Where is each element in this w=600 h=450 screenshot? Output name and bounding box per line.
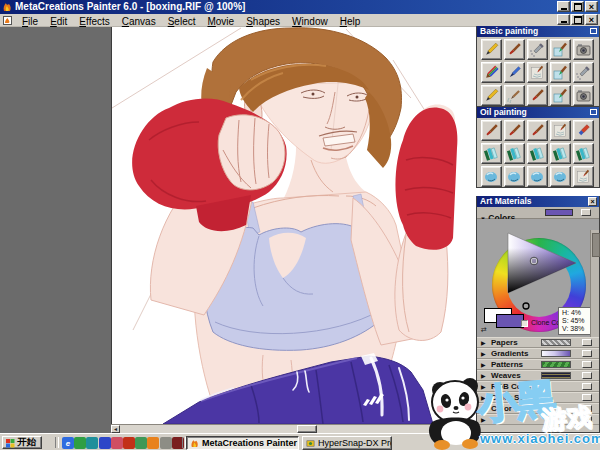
menu-help[interactable]: Help — [334, 16, 367, 27]
section-hidden[interactable]: ▶ — [477, 414, 599, 425]
doc-minimize-button[interactable] — [557, 14, 570, 25]
pencil-tool-button[interactable] — [481, 85, 502, 106]
stripe-brush-tool-button[interactable] — [481, 143, 502, 164]
expander-arrow-icon[interactable]: ▶ — [481, 372, 486, 379]
chalk-tool-button[interactable] — [573, 120, 594, 141]
section-box-icon[interactable] — [582, 394, 592, 401]
teal-app-icon[interactable] — [86, 437, 98, 449]
section-weaves[interactable]: ▶Weaves — [477, 370, 599, 381]
current-color-swatch[interactable] — [545, 209, 573, 216]
blob-brush-tool-button[interactable] — [504, 166, 525, 187]
colored-pencil-tool-button[interactable] — [481, 62, 502, 83]
menu-shapes[interactable]: Shapes — [240, 16, 286, 27]
section-box-icon[interactable] — [582, 383, 592, 390]
colors-section-header[interactable]: ▼ Colors — [477, 207, 599, 219]
water-brush-tool-button[interactable] — [550, 85, 571, 106]
wet-brush-tool-button[interactable] — [527, 62, 548, 83]
section-box-icon[interactable] — [582, 405, 592, 412]
section-patterns[interactable]: ▶Patterns — [477, 359, 599, 370]
scroll-thumb[interactable] — [297, 425, 317, 433]
hue-cursor[interactable] — [523, 303, 529, 309]
expander-arrow-icon[interactable]: ▶ — [481, 394, 486, 401]
section-rgb-color[interactable]: ▶RGB Color — [477, 381, 599, 392]
weave-preview-swatch[interactable] — [541, 372, 571, 379]
section-box-icon[interactable] — [582, 339, 592, 346]
brush-tool-button[interactable] — [504, 39, 525, 60]
stripe-brush-tool-button[interactable] — [550, 143, 571, 164]
water-brush-tool-button[interactable] — [550, 39, 571, 60]
section-color-set[interactable]: ▶Color Set — [477, 392, 599, 403]
taskbar-task-painter[interactable]: MetaCreations Painter 6.... — [186, 436, 299, 450]
tv-app-icon[interactable] — [99, 437, 111, 449]
blob-brush-tool-button[interactable] — [527, 166, 548, 187]
water-brush-tool-button[interactable] — [550, 62, 571, 83]
section-box-icon[interactable] — [582, 350, 592, 357]
section-gradients[interactable]: ▶Gradients — [477, 348, 599, 359]
expander-arrow-icon[interactable]: ▶ — [481, 405, 486, 412]
close-button[interactable]: × — [585, 1, 598, 12]
spray-brush-tool-button[interactable] — [504, 85, 525, 106]
expander-arrow-icon[interactable]: ▶ — [481, 383, 486, 390]
stripe-brush-tool-button[interactable] — [527, 143, 548, 164]
primary-color-swatch[interactable] — [496, 314, 524, 328]
media-app-icon[interactable] — [111, 437, 123, 449]
oil-painting-title-bar[interactable]: Oil painting — [477, 107, 599, 118]
swap-colors-icon[interactable]: ⇄ — [481, 326, 487, 334]
menu-canvas[interactable]: Canvas — [116, 16, 162, 27]
section-papers[interactable]: ▶Papers — [477, 337, 599, 348]
camera-app-icon[interactable] — [160, 437, 172, 449]
minimize-button[interactable] — [557, 1, 570, 12]
start-button[interactable]: 开始 — [2, 436, 42, 449]
expander-arrow-icon[interactable]: ▶ — [481, 339, 486, 346]
blob-brush-tool-button[interactable] — [481, 166, 502, 187]
doc-close-button[interactable]: × — [585, 14, 598, 25]
section-box-icon[interactable] — [582, 416, 592, 423]
brush-tool-button[interactable] — [481, 120, 502, 141]
brush-tool-button[interactable] — [527, 120, 548, 141]
green-app-icon[interactable] — [74, 437, 86, 449]
restore-button[interactable] — [571, 1, 584, 12]
art-scroll-thumb[interactable] — [592, 233, 600, 257]
blob-brush-tool-button[interactable] — [550, 166, 571, 187]
grow-box-icon[interactable] — [590, 109, 597, 115]
wet-brush-tool-button[interactable] — [573, 166, 594, 187]
expander-arrow-icon[interactable]: ▶ — [481, 416, 486, 423]
hatch-preview-swatch[interactable] — [541, 339, 571, 346]
expander-arrow-icon[interactable]: ▶ — [481, 361, 486, 368]
pencil-tool-button[interactable] — [481, 39, 502, 60]
wet-brush-tool-button[interactable] — [550, 120, 571, 141]
brush-tool-button[interactable] — [527, 85, 548, 106]
menu-edit[interactable]: Edit — [44, 16, 73, 27]
art-materials-close-icon[interactable]: × — [588, 197, 597, 206]
stripe-brush-tool-button[interactable] — [573, 143, 594, 164]
painter-app-icon[interactable] — [147, 437, 159, 449]
basic-painting-title-bar[interactable]: Basic painting — [477, 26, 599, 37]
menu-select[interactable]: Select — [162, 16, 202, 27]
section-box-icon[interactable] — [582, 372, 592, 379]
expander-arrow-icon[interactable]: ▶ — [481, 350, 486, 357]
menu-effects[interactable]: Effects — [73, 16, 115, 27]
stripe-brush-tool-button[interactable] — [504, 143, 525, 164]
section-color-vari[interactable]: ▶Color Vari — [477, 403, 599, 414]
menu-window[interactable]: Window — [286, 16, 334, 27]
scroll-left-arrow[interactable]: ◄ — [111, 425, 120, 433]
gradient-preview-swatch[interactable] — [541, 350, 571, 357]
flame-app-icon[interactable] — [123, 437, 135, 449]
airbrush-tool-button[interactable] — [527, 39, 548, 60]
taskbar-task-hypersnap[interactable]: HyperSnap-DX Pro — [302, 436, 392, 450]
brush-tool-button[interactable] — [504, 120, 525, 141]
section-box-icon[interactable] — [582, 361, 592, 368]
airbrush-tool-button[interactable] — [573, 62, 594, 83]
art-materials-title-bar[interactable]: Art Materials × — [477, 196, 599, 207]
camera-tool-button[interactable] — [573, 39, 594, 60]
pattern-preview-swatch[interactable] — [541, 361, 571, 368]
clone-color-checkbox[interactable] — [521, 320, 528, 327]
photo-app-icon[interactable] — [135, 437, 147, 449]
camera-tool-button[interactable] — [573, 85, 594, 106]
doc-restore-button[interactable] — [571, 14, 584, 25]
scroll-right-arrow[interactable]: ► — [466, 425, 475, 433]
pen-tool-button[interactable] — [504, 62, 525, 83]
grip-box-icon[interactable] — [581, 209, 591, 216]
ie-icon[interactable]: e — [62, 437, 74, 449]
grow-box-icon[interactable] — [590, 28, 597, 34]
